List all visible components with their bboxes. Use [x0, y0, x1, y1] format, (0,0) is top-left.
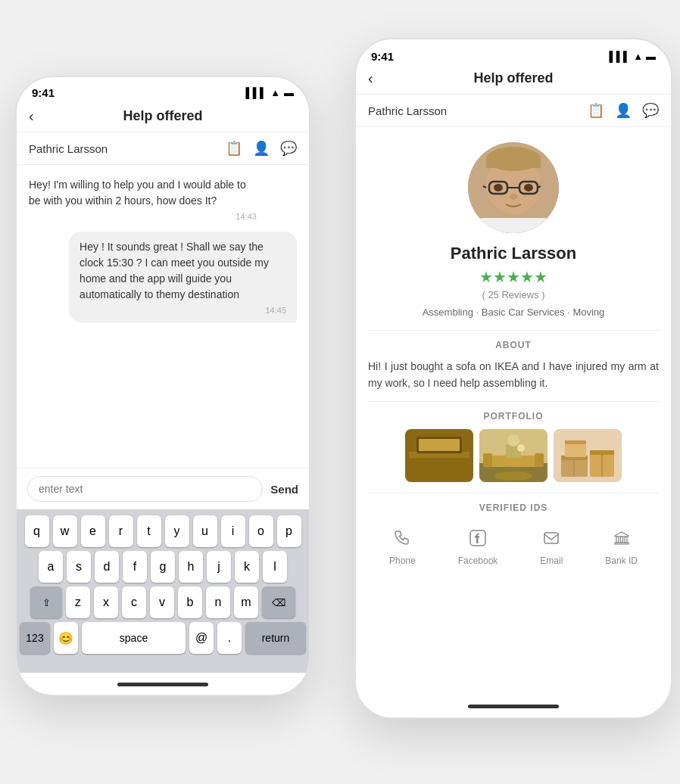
- key-d[interactable]: d: [95, 551, 119, 583]
- key-t[interactable]: t: [137, 515, 161, 547]
- key-p[interactable]: p: [277, 515, 301, 547]
- divider-1: [368, 330, 659, 331]
- signal-icon-right: ▌▌▌: [609, 51, 630, 62]
- svg-rect-24: [535, 453, 544, 467]
- portfolio-img-2[interactable]: [479, 429, 547, 482]
- verified-phone[interactable]: Phone: [389, 530, 416, 566]
- verified-bankid[interactable]: Bank ID: [605, 530, 638, 566]
- keyboard: q w e r t y u i o p a s d f g h j k l ⇧ …: [17, 509, 309, 673]
- key-m[interactable]: m: [234, 586, 258, 618]
- key-a[interactable]: a: [39, 551, 63, 583]
- return-key[interactable]: return: [245, 622, 306, 654]
- at-key[interactable]: @: [189, 622, 214, 654]
- shift-key[interactable]: ⇧: [30, 586, 62, 618]
- message-text-2: Hey ! It sounds great ! Shall we say the…: [80, 239, 286, 303]
- key-j[interactable]: j: [207, 551, 231, 583]
- portfolio-img-1[interactable]: [405, 429, 473, 482]
- key-c[interactable]: c: [122, 586, 146, 618]
- key-x[interactable]: x: [94, 586, 118, 618]
- battery-icon-right: ▬: [646, 51, 656, 62]
- back-button-left[interactable]: ‹: [29, 107, 34, 125]
- contact-icons-left: 📋 👤 💬: [226, 140, 297, 157]
- nav-bar-right: ‹ Help offered: [356, 67, 671, 95]
- space-key[interactable]: space: [82, 622, 186, 654]
- key-y[interactable]: y: [165, 515, 189, 547]
- document-icon[interactable]: 📋: [226, 140, 242, 157]
- svg-rect-42: [625, 537, 627, 543]
- key-g[interactable]: g: [151, 551, 175, 583]
- key-r[interactable]: r: [109, 515, 133, 547]
- profile-skills: Assembling · Basic Car Services · Moving: [368, 306, 659, 318]
- wifi-icon: ▲: [270, 87, 280, 98]
- key-s[interactable]: s: [67, 551, 91, 583]
- about-label: ABOUT: [368, 340, 659, 350]
- home-indicator-left: [17, 673, 309, 695]
- key-k[interactable]: k: [235, 551, 259, 583]
- chat-icon[interactable]: 💬: [280, 140, 297, 157]
- key-v[interactable]: v: [150, 586, 174, 618]
- bank-icon: [613, 530, 630, 551]
- left-phone: 9:41 ▌▌▌ ▲ ▬ ‹ Help offered Pathric Lars…: [15, 76, 310, 696]
- status-icons-left: ▌▌▌ ▲ ▬: [245, 87, 294, 98]
- num-key[interactable]: 123: [20, 622, 50, 654]
- keyboard-row-4: 123 😊 space @ . return: [20, 622, 306, 654]
- key-o[interactable]: o: [249, 515, 273, 547]
- message-text-1: Hey! I'm willing to help you and I would…: [29, 177, 257, 209]
- about-text: Hi! I just bought a sofa on IKEA and I h…: [368, 358, 659, 392]
- portfolio-label: PORTFOLIO: [368, 411, 659, 422]
- divider-2: [368, 401, 659, 402]
- battery-icon: ▬: [284, 87, 294, 98]
- portfolio-img-3[interactable]: [554, 429, 622, 482]
- svg-rect-5: [486, 159, 541, 168]
- svg-rect-37: [565, 440, 586, 444]
- svg-rect-2: [476, 218, 551, 233]
- key-e[interactable]: e: [81, 515, 105, 547]
- profile-icon[interactable]: 👤: [253, 140, 270, 157]
- key-i[interactable]: i: [221, 515, 245, 547]
- svg-rect-43: [615, 543, 629, 544]
- svg-point-13: [510, 194, 517, 200]
- key-n[interactable]: n: [206, 586, 230, 618]
- message-input[interactable]: [27, 476, 263, 502]
- svg-rect-17: [458, 458, 466, 477]
- key-l[interactable]: l: [263, 551, 287, 583]
- profile-icon-right[interactable]: 👤: [615, 102, 632, 119]
- nav-bar-left: ‹ Help offered: [17, 104, 309, 132]
- key-h[interactable]: h: [179, 551, 203, 583]
- portfolio-row: [368, 429, 659, 482]
- profile-name: Pathric Larsson: [368, 244, 659, 263]
- key-w[interactable]: w: [53, 515, 77, 547]
- page-title-right: Help offered: [473, 70, 553, 86]
- profile-stars: ★★★★★: [368, 268, 659, 286]
- svg-point-28: [517, 444, 525, 452]
- key-u[interactable]: u: [193, 515, 217, 547]
- emoji-key[interactable]: 😊: [54, 622, 78, 654]
- period-key[interactable]: .: [217, 622, 242, 654]
- phone-icon: [394, 530, 410, 551]
- page-title-left: Help offered: [123, 108, 202, 124]
- status-bar-left: 9:41 ▌▌▌ ▲ ▬: [17, 77, 309, 104]
- profile-reviews: ( 25 Reviews ): [368, 289, 659, 300]
- right-phone: 9:41 ▌▌▌ ▲ ▬ ‹ Help offered Pathric Lars…: [354, 38, 672, 719]
- svg-point-12: [524, 184, 533, 191]
- verified-ids: Phone Facebook: [368, 521, 659, 574]
- svg-rect-19: [419, 439, 460, 451]
- key-q[interactable]: q: [25, 515, 49, 547]
- key-z[interactable]: z: [66, 586, 90, 618]
- divider-3: [368, 493, 659, 493]
- chat-area: Hey! I'm willing to help you and I would…: [17, 165, 309, 468]
- timestamp-2: 14:45: [80, 306, 286, 315]
- key-f[interactable]: f: [123, 551, 147, 583]
- chat-icon-right[interactable]: 💬: [642, 102, 659, 119]
- svg-point-11: [494, 184, 503, 191]
- send-button[interactable]: Send: [270, 483, 298, 496]
- delete-key[interactable]: ⌫: [262, 586, 295, 618]
- key-b[interactable]: b: [178, 586, 202, 618]
- verified-email[interactable]: Email: [540, 530, 563, 566]
- verified-facebook[interactable]: Facebook: [458, 530, 498, 566]
- avatar: [468, 142, 559, 233]
- back-button-right[interactable]: ‹: [368, 70, 373, 87]
- document-icon-right[interactable]: 📋: [588, 102, 604, 119]
- email-icon: [543, 530, 560, 551]
- message-received-1: Hey! I'm willing to help you and I would…: [29, 177, 257, 221]
